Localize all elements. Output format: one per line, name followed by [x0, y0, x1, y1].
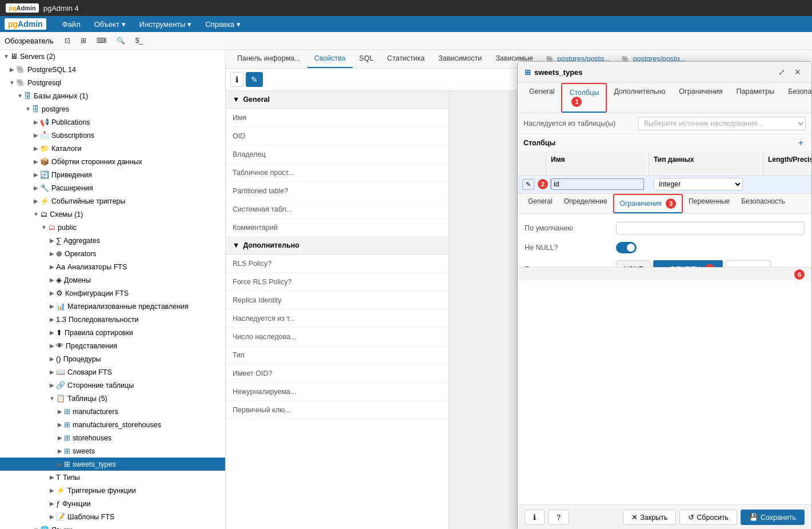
- tree-item-functions[interactable]: ▶ ƒ Функции: [0, 497, 225, 510]
- tree-toggle-sweets[interactable]: ▶: [56, 448, 64, 454]
- db-icon-btn[interactable]: ⊡: [61, 34, 74, 47]
- tree-item-procedures[interactable]: ▶ () Процедуры: [0, 352, 225, 365]
- tab-statistics[interactable]: Статистика: [381, 50, 432, 68]
- tree-toggle-schemas[interactable]: ▼: [32, 211, 40, 217]
- dialog-help-btn[interactable]: ?: [548, 510, 569, 525]
- grid-icon-btn[interactable]: ⊞: [77, 34, 90, 47]
- menu-file[interactable]: Файл: [60, 19, 83, 30]
- tree-toggle-sequences[interactable]: ▶: [48, 316, 56, 323]
- tree-toggle-languages[interactable]: ▼: [32, 527, 40, 529]
- tree-item-languages[interactable]: ▼ 🌐 Языки: [0, 523, 225, 529]
- tree-toggle-tables[interactable]: ▼: [48, 395, 56, 401]
- tab-panel-info[interactable]: Панель информа...: [230, 50, 307, 68]
- tree-item-event-triggers[interactable]: ▶ ⚡ Событийные триггеры: [0, 194, 225, 208]
- tree-toggle-fdw[interactable]: ▶: [32, 158, 40, 165]
- dialog-tab-security[interactable]: Безопасность: [781, 91, 812, 113]
- col-id-edit-btn[interactable]: ✎: [522, 179, 534, 190]
- tree-toggle-functions[interactable]: ▶: [48, 500, 56, 507]
- section-general-header[interactable]: ▼ General: [226, 91, 448, 109]
- tree-toggle-postgres-db[interactable]: ▼: [24, 106, 32, 112]
- tree-item-fdw[interactable]: ▶ 📦 Обёртки сторонних данных: [0, 155, 225, 168]
- tree-toggle-foreign-tables[interactable]: ▶: [48, 382, 56, 388]
- tree-toggle-fts-dicts[interactable]: ▶: [48, 369, 56, 375]
- tree-toggle-procedures[interactable]: ▶: [48, 356, 56, 362]
- search-icon-btn[interactable]: 🔍: [113, 34, 129, 47]
- edit-btn[interactable]: ✎: [246, 72, 263, 87]
- tab-dependencies[interactable]: Зависимости: [431, 50, 489, 68]
- tree-item-schemas[interactable]: ▼ 🗂 Схемы (1): [0, 208, 225, 221]
- tree-toggle-extensions[interactable]: ▶: [32, 185, 40, 191]
- tree-item-postgres-db[interactable]: ▼ 🗄 postgres: [0, 102, 225, 116]
- tree-toggle-subscriptions[interactable]: ▶: [32, 132, 40, 138]
- menu-help[interactable]: Справка ▾: [203, 19, 243, 30]
- tab-sql[interactable]: SQL: [353, 50, 381, 68]
- menu-tools[interactable]: Инструменты ▾: [137, 19, 194, 30]
- tree-item-databases[interactable]: ▼ 🗄 Базы данных (1): [0, 89, 225, 102]
- col-edit-tab-definition[interactable]: Определение: [558, 194, 613, 213]
- tree-item-manufacturers[interactable]: ▶ ⊞ manufacturers: [0, 405, 225, 418]
- type-extra-input[interactable]: [725, 260, 771, 267]
- tree-item-storehouses[interactable]: ▶ ⊞ storehouses: [0, 431, 225, 444]
- constraint-notnull-toggle[interactable]: [616, 242, 637, 253]
- dialog-tab-columns[interactable]: Столбцы 1: [561, 91, 607, 113]
- tree-item-subscriptions[interactable]: ▶ 📩 Subscriptions: [0, 129, 225, 142]
- tree-item-foreign-tables[interactable]: ▶ 🔗 Сторонние таблицы: [0, 379, 225, 392]
- tree-item-types[interactable]: ▶ T Типы: [0, 471, 225, 484]
- tree-item-servers[interactable]: ▼ 🖥 Servers (2): [0, 50, 225, 63]
- col-id-name-input[interactable]: [551, 178, 644, 190]
- tree-item-sweets-types[interactable]: ▶ ⊞ sweets_types: [0, 458, 225, 471]
- tree-item-mfr-storehouses[interactable]: ▶ ⊞ manufacturers_storehouses: [0, 418, 225, 431]
- tree-item-fts-templates[interactable]: ▶ 📝 Шаблоны FTS: [0, 510, 225, 523]
- type-identity-btn[interactable]: ✓ IDENTITY 4: [653, 260, 723, 267]
- tree-toggle-sweets-types[interactable]: ▶: [56, 461, 64, 467]
- info-btn[interactable]: ℹ: [230, 72, 243, 87]
- type-none-btn[interactable]: NONE: [616, 260, 651, 267]
- tree-toggle-public[interactable]: ▼: [40, 224, 48, 230]
- col-edit-tab-security[interactable]: Безопасность: [735, 194, 791, 213]
- tree-item-collations[interactable]: ▶ ⬆ Правила сортировки: [0, 326, 225, 339]
- column-row-id[interactable]: ✎ 2 🗑 integer: [518, 176, 811, 193]
- tree-toggle-event-triggers[interactable]: ▶: [32, 198, 40, 204]
- inherit-select[interactable]: Выберите источник наследования...: [638, 117, 806, 130]
- tree-toggle-publications[interactable]: ▶: [32, 119, 40, 125]
- dialog-tab-params[interactable]: Параметры: [730, 91, 782, 113]
- tree-item-fts-configs[interactable]: ▶ ⚙ Конфигурации FTS: [0, 287, 225, 300]
- tree-item-views[interactable]: ▶ 👁 Представления: [0, 339, 225, 352]
- tree-toggle-mfr-storehouses[interactable]: ▶: [56, 421, 64, 428]
- tree-toggle-postgresql[interactable]: ▼: [8, 79, 16, 86]
- dialog-tab-constraints[interactable]: Ограничения: [672, 91, 729, 113]
- col-edit-tab-variables[interactable]: Переменные: [683, 194, 735, 213]
- constraint-default-input[interactable]: [616, 222, 805, 234]
- tree-item-operators[interactable]: ▶ ⊕ Operators: [0, 247, 225, 260]
- tree-item-domains[interactable]: ▶ ◈ Домены: [0, 273, 225, 287]
- col-id-type-select[interactable]: integer: [654, 178, 743, 190]
- tree-item-extensions[interactable]: ▶ 🔧 Расширения: [0, 181, 225, 194]
- col-edit-tab-general[interactable]: General: [522, 194, 558, 213]
- tree-toggle-collations[interactable]: ▶: [48, 329, 56, 336]
- tree-item-publications[interactable]: ▶ 📢 Publications: [0, 116, 225, 129]
- tree-item-casts[interactable]: ▶ 🔄 Приведения: [0, 168, 225, 181]
- tree-toggle-aggregates[interactable]: ▶: [48, 237, 56, 244]
- tree-item-postgresql[interactable]: ▼ 🐘 Postgresql: [0, 76, 225, 89]
- section-additional-header[interactable]: ▼ Дополнительно: [226, 237, 448, 254]
- tree-toggle-manufacturers[interactable]: ▶: [56, 408, 64, 415]
- tree-toggle-casts[interactable]: ▶: [32, 172, 40, 178]
- terminal-icon-btn[interactable]: $_: [131, 34, 147, 47]
- tree-item-public[interactable]: ▼ 🗂 public: [0, 221, 225, 234]
- tree-item-fts-parsers[interactable]: ▶ Aa Анализаторы FTS: [0, 260, 225, 273]
- tree-item-tables[interactable]: ▼ 📋 Таблицы (5): [0, 392, 225, 405]
- tree-item-sweets[interactable]: ▶ ⊞ sweets: [0, 444, 225, 458]
- add-column-btn[interactable]: +: [796, 138, 806, 148]
- tree-toggle-servers[interactable]: ▼: [2, 53, 10, 59]
- tree-toggle-trigger-funcs[interactable]: ▶: [48, 487, 56, 494]
- tree-toggle-types[interactable]: ▶: [48, 474, 56, 480]
- dialog-info-btn[interactable]: ℹ: [525, 510, 545, 525]
- col-edit-tab-constraints[interactable]: Ограничения 3: [613, 194, 683, 213]
- tree-item-pg14[interactable]: ▶ 🐘 PostgreSQL 14: [0, 63, 225, 76]
- tree-item-aggregates[interactable]: ▶ ∑ Aggregates: [0, 234, 225, 247]
- tree-item-trigger-funcs[interactable]: ▶ ⚡ Триггерные функции: [0, 484, 225, 497]
- tree-toggle-views[interactable]: ▶: [48, 343, 56, 349]
- code-icon-btn[interactable]: ⌨: [93, 34, 110, 47]
- tree-item-catalogs[interactable]: ▶ 📁 Каталоги: [0, 142, 225, 155]
- tree-toggle-catalogs[interactable]: ▶: [32, 145, 40, 152]
